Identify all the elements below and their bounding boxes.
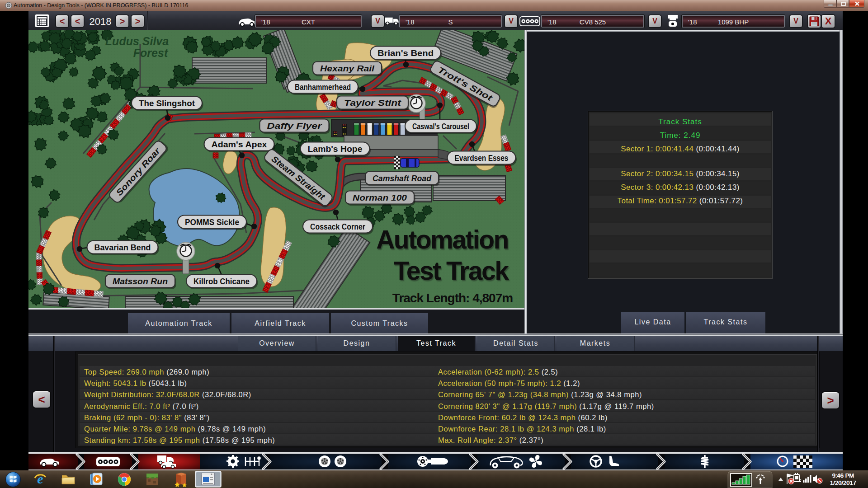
svg-text:Track Length: 4,807m: Track Length: 4,807m <box>392 291 513 305</box>
svg-text:e: e <box>37 471 43 486</box>
svg-text:Bavarian Bend: Bavarian Bend <box>94 243 151 252</box>
svg-text:Test Track: Test Track <box>394 256 509 285</box>
svg-text:Evardsen Esses: Evardsen Esses <box>455 153 509 163</box>
svg-text:Banhammerhead: Banhammerhead <box>295 82 351 92</box>
svg-text:Killrob Chicane: Killrob Chicane <box>193 277 250 286</box>
svg-text:The Slingshot: The Slingshot <box>139 99 195 108</box>
svg-text:Ludus Silva: Ludus Silva <box>105 35 169 47</box>
svg-text:Matsson Run: Matsson Run <box>113 277 168 286</box>
svg-text:Forest: Forest <box>133 47 169 59</box>
svg-text:Norman 100: Norman 100 <box>353 193 407 202</box>
svg-text:Hexany Rail: Hexany Rail <box>320 64 375 73</box>
svg-text:Caswal's Carousel: Caswal's Carousel <box>412 122 469 131</box>
svg-text:Taylor Stint: Taylor Stint <box>344 98 401 108</box>
svg-text:Cossack Corner: Cossack Corner <box>310 222 366 231</box>
svg-text:POMMS Sickle: POMMS Sickle <box>185 217 239 227</box>
svg-text:Daffy Flyer: Daffy Flyer <box>267 121 323 131</box>
svg-text:Brian's Bend: Brian's Bend <box>377 48 434 58</box>
svg-text:Lamb's Hope: Lamb's Hope <box>308 144 363 154</box>
svg-text:Automation: Automation <box>376 225 508 254</box>
svg-text:Camshaft Road: Camshaft Road <box>373 174 431 183</box>
svg-text:Adam's Apex: Adam's Apex <box>212 140 267 149</box>
